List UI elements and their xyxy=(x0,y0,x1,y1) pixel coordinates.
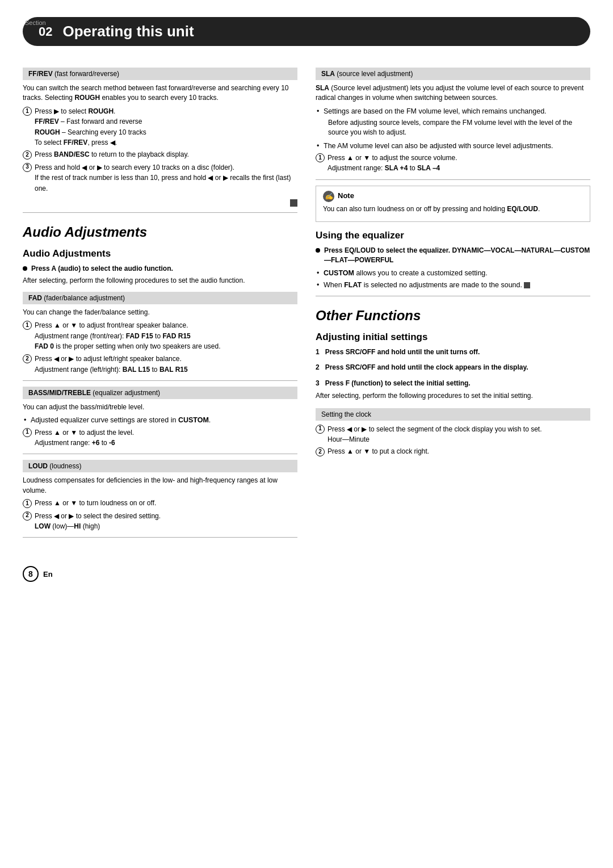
step-text: Press ◀ or ▶ to adjust left/right speake… xyxy=(35,355,182,363)
equalizer-bullets: CUSTOM allows you to create a customized… xyxy=(316,268,590,290)
list-item: Settings are based on the FM volume leve… xyxy=(316,106,590,116)
stop-icon xyxy=(524,282,530,288)
audio-adj-sub-heading: Audio Adjustments xyxy=(23,248,297,259)
ffrev-box-label: FF/REV (fast forward/reverse) xyxy=(23,68,297,80)
step-content: Press ◀ or ▶ to adjust left/right speake… xyxy=(35,354,188,375)
ffrev-intro: You can switch the search method between… xyxy=(23,83,297,103)
step-content: Press ◀ or ▶ to select the desired setti… xyxy=(35,511,161,532)
section-header: 02 Operating this unit xyxy=(23,17,590,46)
separator xyxy=(23,454,297,454)
fad-sublabel: (fader/balance adjustment) xyxy=(44,294,125,302)
note-box: ✍ Note You can also turn loudness on or … xyxy=(316,186,590,222)
stop-icon xyxy=(290,199,297,207)
note-icon: ✍ xyxy=(323,191,334,202)
audio-adj-intro: After selecting, perform the following p… xyxy=(23,276,297,286)
step-number: 2 xyxy=(23,150,32,160)
separator xyxy=(316,179,590,180)
loud-label: LOUD xyxy=(28,462,48,470)
clock-box-label: Setting the clock xyxy=(316,408,590,421)
sla-sublabel: (source level adjustment) xyxy=(337,70,413,78)
list-item: 2 Press ◀ or ▶ to select the desired set… xyxy=(23,511,297,532)
bullet-dot-icon xyxy=(23,266,27,271)
equalizer-bullet-text: Press EQ/LOUD to select the equalizer. D… xyxy=(324,246,590,266)
right-column: SLA (source level adjustment) SLA (Sourc… xyxy=(316,62,590,543)
step-number: 1 xyxy=(23,499,32,508)
ffrev-sublabel: (fast forward/reverse) xyxy=(54,70,119,78)
step3-intro: After selecting, perform the following p… xyxy=(316,391,590,401)
page-number-box: 8 xyxy=(23,566,39,582)
list-item: 2 Press ◀ or ▶ to adjust left/right spea… xyxy=(23,354,297,375)
loud-steps: 1 Press ▲ or ▼ to turn loudness on or of… xyxy=(23,498,297,531)
separator xyxy=(23,380,297,381)
bass-box-label: BASS/MID/TREBLE (equalizer adjustment) xyxy=(23,387,297,399)
step-sub: Adjustment range (front/rear): FAD F15 t… xyxy=(35,332,221,350)
audio-adj-bullet-heading: Press A (audio) to select the audio func… xyxy=(23,264,297,274)
sla-steps: 1 Press ▲ or ▼ to adjust the source volu… xyxy=(316,153,590,174)
separator xyxy=(23,537,297,538)
step3-heading: 3 Press F (function) to select the initi… xyxy=(316,379,590,388)
audio-adj-bullet-text: Press A (audio) to select the audio func… xyxy=(31,264,173,274)
step-sub: LOW (low)—HI (high) xyxy=(35,522,100,530)
step-content: Press ▶ to select ROUGH. FF/REV – Fast f… xyxy=(35,106,146,148)
list-item: 2 Press BAND/ESC to return to the playba… xyxy=(23,150,297,160)
step-content: Press ◀ or ▶ to select the segment of th… xyxy=(328,424,542,445)
list-item: The AM volume level can also be adjusted… xyxy=(316,141,590,151)
two-column-layout: FF/REV (fast forward/reverse) You can sw… xyxy=(23,62,590,543)
step-text: Press ◀ or ▶ to select the segment of th… xyxy=(328,425,542,433)
sla-bullets: Settings are based on the FM volume leve… xyxy=(316,106,590,116)
fad-box-label: FAD (fader/balance adjustment) xyxy=(23,292,297,304)
step1-heading: 1 Press SRC/OFF and hold until the unit … xyxy=(316,347,590,357)
ffrev-label: FF/REV xyxy=(28,70,53,78)
bass-sublabel: (equalizer adjustment) xyxy=(93,389,160,397)
sla-intro: SLA (Source level adjustment) lets you a… xyxy=(316,83,590,103)
step-text: Press and hold ◀ or ▶ to search every 10… xyxy=(35,163,234,171)
step-content: Press and hold ◀ or ▶ to search every 10… xyxy=(35,162,297,194)
equalizer-bullet-heading: Press EQ/LOUD to select the equalizer. D… xyxy=(316,246,590,266)
step-content: Press ▲ or ▼ to adjust the source volume… xyxy=(328,153,457,174)
section-number: 02 xyxy=(39,24,52,39)
page-number: 8 xyxy=(28,569,33,578)
clock-label: Setting the clock xyxy=(321,410,371,418)
note-text: You can also turn loudness on or off by … xyxy=(323,204,583,214)
step-text: Press ▲ or ▼ to put a clock right. xyxy=(328,447,429,456)
footer: 8 En xyxy=(23,560,590,582)
step-number: 3 xyxy=(23,163,32,172)
bass-steps: 1 Press ▲ or ▼ to adjust the level. Adju… xyxy=(23,427,297,448)
list-item: When FLAT is selected no adjustments are… xyxy=(316,280,590,290)
step-text: Press ◀ or ▶ to select the desired setti… xyxy=(35,512,161,520)
note-label: Note xyxy=(338,191,354,202)
step-text: Press ▲ or ▼ to adjust the level. xyxy=(35,429,134,437)
step-sub: Hour—Minute xyxy=(328,435,370,443)
left-column: FF/REV (fast forward/reverse) You can sw… xyxy=(23,62,297,543)
list-item: 1 Press ▲ or ▼ to adjust the level. Adju… xyxy=(23,427,297,448)
page: Section 02 Operating this unit FF/REV (f… xyxy=(0,0,613,868)
step2-heading: 2 Press SRC/OFF and hold until the clock… xyxy=(316,363,590,372)
sla-label: SLA xyxy=(321,70,335,78)
bass-intro: You can adjust the bass/mid/treble level… xyxy=(23,402,297,412)
step-text: Press ▶ to select ROUGH. xyxy=(35,107,115,115)
step-text: Press ▲ or ▼ to adjust the source volume… xyxy=(328,154,457,162)
sla-para: Before adjusting source levels, compare … xyxy=(316,118,590,138)
bullet-dot-icon xyxy=(316,248,320,253)
step-number: 1 xyxy=(316,425,325,434)
step-sub: FF/REV – Fast forward and reverseROUGH –… xyxy=(35,118,146,146)
sla-bullets2: The AM volume level can also be adjusted… xyxy=(316,141,590,151)
step-content: Press ▲ or ▼ to adjust the level. Adjust… xyxy=(35,427,134,448)
list-item: 1 Press ◀ or ▶ to select the segment of … xyxy=(316,424,590,445)
sla-box-label: SLA (source level adjustment) xyxy=(316,68,590,80)
list-item: 1 Press ▲ or ▼ to adjust front/rear spea… xyxy=(23,320,297,351)
clock-steps: 1 Press ◀ or ▶ to select the segment of … xyxy=(316,424,590,457)
step-number: 1 xyxy=(23,321,32,330)
audio-adj-chapter-title: Audio Adjustments xyxy=(23,224,297,240)
section-title: Operating this unit xyxy=(62,23,194,40)
other-functions-chapter-title: Other Functions xyxy=(316,308,590,324)
loud-sublabel: (loudness) xyxy=(49,462,81,470)
step-text: Press ▲ or ▼ to turn loudness on or off. xyxy=(35,498,156,508)
list-item: 1 Press ▶ to select ROUGH. FF/REV – Fast… xyxy=(23,106,297,148)
loud-intro: Loudness compensates for deficiencies in… xyxy=(23,476,297,496)
step-text: Press ▲ or ▼ to adjust front/rear speake… xyxy=(35,321,188,329)
adj-initial-heading: Adjusting initial settings xyxy=(316,332,590,343)
loud-box-label: LOUD (loudness) xyxy=(23,460,297,472)
separator xyxy=(23,212,297,213)
step-sub: If the rest of track number is less than… xyxy=(35,174,291,192)
